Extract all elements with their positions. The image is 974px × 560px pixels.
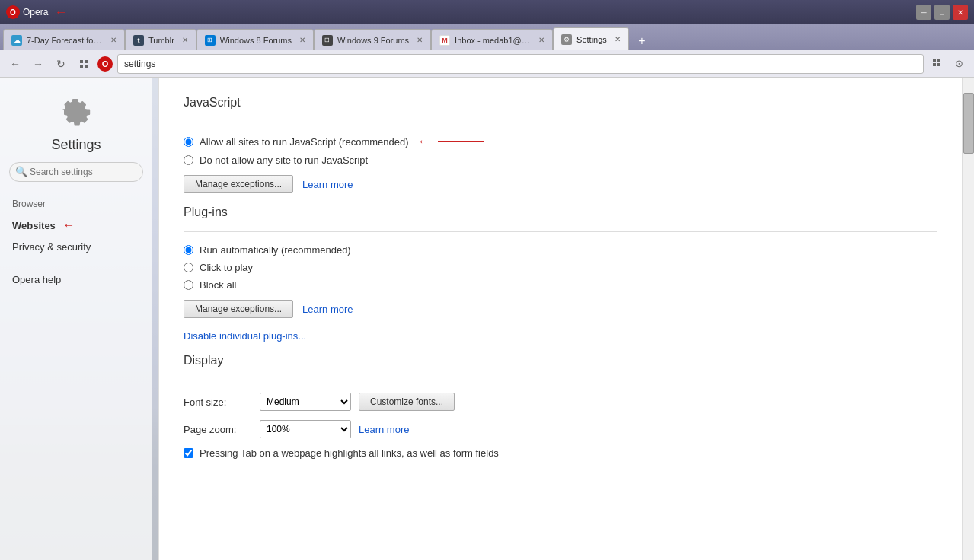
sidebar-edge: [152, 78, 158, 560]
js-manage-exceptions-button[interactable]: Manage exceptions...: [184, 175, 293, 193]
display-divider: [184, 380, 937, 380]
sidebar-title: Settings: [0, 137, 152, 153]
svg-rect-6: [933, 63, 936, 66]
svg-rect-5: [937, 59, 940, 62]
sidebar-item-help[interactable]: Opera help: [0, 269, 152, 290]
forward-button[interactable]: →: [29, 55, 47, 73]
sidebar: Settings 🔍 Browser Websites ← Privacy & …: [0, 78, 152, 560]
address-bar: ← → ↻ O ⊙: [0, 50, 974, 78]
tab-inbox[interactable]: M Inbox - medab1@gmail.c... ✕: [431, 29, 553, 50]
plugins-manage-exceptions-button[interactable]: Manage exceptions...: [184, 300, 293, 318]
plugins-section-title: Plug-ins: [184, 205, 937, 219]
tab-close-inbox[interactable]: ✕: [538, 36, 544, 44]
js-allow-row: Allow all sites to run JavaScript (recom…: [184, 135, 937, 148]
plugins-divider: [184, 231, 937, 232]
tab-label-tumblr: Tumblr: [148, 36, 174, 45]
svg-rect-0: [80, 60, 83, 63]
js-allow-arrow-line: [438, 141, 484, 142]
plugin-auto-row: Run automatically (recommended): [184, 244, 937, 256]
js-allow-arrow: ←: [418, 135, 430, 148]
opera-icon: O: [6, 5, 20, 19]
app-name: Opera: [23, 7, 48, 18]
grid-icon[interactable]: [928, 55, 947, 73]
favicon-tumblr: t: [133, 35, 144, 46]
tab-close-settings[interactable]: ✕: [615, 35, 621, 43]
search-box: 🔍: [9, 162, 143, 182]
sidebar-section-browser: Browser: [0, 194, 152, 214]
websites-arrow: ←: [62, 218, 75, 231]
tab-close-win9[interactable]: ✕: [417, 36, 423, 44]
window-controls: ─ □ ✕: [916, 5, 968, 20]
sidebar-item-privacy[interactable]: Privacy & security: [0, 237, 152, 257]
svg-rect-7: [937, 63, 940, 66]
battery-icon[interactable]: ⊙: [950, 55, 968, 73]
tab-close-win8[interactable]: ✕: [299, 36, 305, 44]
plugin-auto-radio[interactable]: [184, 245, 193, 255]
js-deny-radio[interactable]: [184, 155, 193, 165]
customize-fonts-button[interactable]: Customize fonts...: [359, 393, 455, 411]
opera-address-icon: O: [97, 56, 113, 72]
plugin-click-row: Click to play: [184, 262, 937, 273]
home-button[interactable]: [75, 55, 93, 73]
address-right-icons: ⊙: [928, 55, 968, 73]
tab-label-weather: 7-Day Forecast for Latitud...: [27, 36, 103, 45]
search-input[interactable]: [9, 162, 143, 182]
tab-close-tumblr[interactable]: ✕: [182, 36, 188, 44]
content-area: JavaScript Allow all sites to run JavaSc…: [158, 78, 962, 560]
tab-tumblr[interactable]: t Tumblr ✕: [125, 29, 196, 50]
plugin-block-radio[interactable]: [184, 280, 193, 290]
tab-label-inbox: Inbox - medab1@gmail.c...: [455, 36, 531, 45]
tab-highlight-row: Pressing Tab on a webpage highlights all…: [184, 447, 937, 459]
plugin-block-row: Block all: [184, 279, 937, 291]
plugins-btn-row: Manage exceptions... Learn more: [184, 300, 937, 318]
tab-close-weather[interactable]: ✕: [110, 36, 117, 44]
tab-weather[interactable]: ☁ 7-Day Forecast for Latitud... ✕: [3, 29, 125, 50]
js-deny-label: Do not allow any site to run JavaScript: [200, 154, 368, 166]
plugin-click-radio[interactable]: [184, 262, 193, 272]
new-tab-button[interactable]: +: [632, 32, 652, 50]
plugin-block-label: Block all: [200, 279, 236, 291]
disable-plugins-link[interactable]: Disable individual plug-ins...: [184, 330, 937, 342]
tab-label-settings: Settings: [576, 35, 607, 44]
back-button[interactable]: ←: [6, 55, 24, 73]
svg-rect-1: [85, 60, 88, 63]
maximize-button[interactable]: □: [934, 5, 950, 20]
javascript-divider: [184, 122, 937, 123]
scrollbar-thumb[interactable]: [963, 93, 974, 154]
page-zoom-label: Page zoom:: [184, 424, 252, 435]
display-section-title: Display: [184, 354, 937, 368]
js-allow-radio[interactable]: [184, 137, 193, 147]
font-size-select[interactable]: Medium Small Large Very small Very large: [260, 393, 351, 411]
sidebar-item-websites[interactable]: Websites ←: [0, 214, 152, 237]
page-zoom-select[interactable]: 75% 90% 100% 110% 125% 150%: [260, 420, 351, 438]
js-deny-row: Do not allow any site to run JavaScript: [184, 154, 937, 166]
javascript-section-title: JavaScript: [184, 96, 937, 110]
address-input[interactable]: [117, 54, 924, 74]
tab-bar: ☁ 7-Day Forecast for Latitud... ✕ t Tumb…: [0, 24, 974, 50]
javascript-btn-row: Manage exceptions... Learn more: [184, 175, 937, 193]
plugin-auto-label: Run automatically (recommended): [200, 244, 351, 256]
tab-win8[interactable]: ⊞ Windows 8 Forums ✕: [196, 29, 314, 50]
svg-rect-4: [933, 59, 936, 62]
js-allow-label: Allow all sites to run JavaScript (recom…: [200, 136, 409, 148]
display-learn-more-link[interactable]: Learn more: [359, 424, 409, 435]
js-learn-more-link[interactable]: Learn more: [302, 179, 353, 190]
minimize-button[interactable]: ─: [916, 5, 931, 20]
javascript-options: Allow all sites to run JavaScript (recom…: [184, 135, 937, 166]
plugin-click-label: Click to play: [200, 262, 253, 273]
favicon-settings: ⚙: [561, 34, 572, 45]
close-button[interactable]: ✕: [953, 5, 968, 20]
plugins-learn-more-link[interactable]: Learn more: [302, 304, 353, 315]
tab-settings[interactable]: ⚙ Settings ✕: [553, 27, 629, 50]
favicon-gmail: M: [439, 35, 450, 46]
title-bar: O Opera ← ─ □ ✕: [0, 0, 974, 24]
settings-gear-icon: [0, 93, 152, 129]
favicon-weather: ☁: [11, 35, 22, 46]
scrollbar[interactable]: [962, 78, 974, 560]
plugins-options: Run automatically (recommended) Click to…: [184, 244, 937, 291]
reload-button[interactable]: ↻: [52, 55, 70, 73]
svg-rect-2: [80, 65, 83, 68]
tab-win9[interactable]: ⊞ Windows 9 Forums ✕: [314, 29, 431, 50]
tab-highlight-checkbox[interactable]: [184, 448, 193, 458]
tab-label-win9: Windows 9 Forums: [337, 36, 409, 45]
